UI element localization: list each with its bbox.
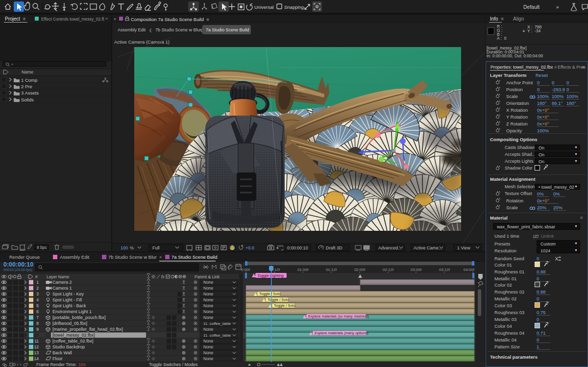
svg-text:None: None (203, 327, 214, 332)
svg-text:1 View: 1 View (457, 245, 470, 250)
svg-text:01:12f: 01:12f (326, 268, 337, 272)
svg-text:Full: Full (152, 245, 160, 250)
svg-text:Snapping: Snapping (284, 4, 304, 10)
svg-text:#: # (35, 274, 38, 279)
svg-text:Toggle Switches / Modes: Toggle Switches / Modes (149, 362, 198, 367)
svg-text:0:00f: 0:00f (241, 268, 250, 272)
svg-text:11. coffee_table: 11. coffee_table (203, 333, 231, 338)
svg-text:Render Queue: Render Queue (9, 254, 40, 260)
svg-text:2: 2 (36, 286, 39, 291)
svg-text:4: 4 (36, 297, 39, 302)
svg-text:Toggle / Solo: Toggle / Solo (268, 297, 289, 302)
svg-text:11. coffee_table: 11. coffee_table (203, 321, 231, 326)
svg-text:02:00f: 02:00f (354, 268, 366, 272)
svg-text:Toggle Lighting: Toggle Lighting (257, 273, 284, 278)
svg-text:Layer Name: Layer Name (47, 274, 70, 279)
svg-text:[portable_bottle_pouch.fbx]: [portable_bottle_pouch.fbx] (52, 315, 106, 320)
svg-text:None: None (203, 350, 214, 355)
svg-text:00010 (24.00 fps): 00010 (24.00 fps) (3, 268, 32, 272)
svg-text:Spot Light - Fill: Spot Light - Fill (52, 297, 82, 302)
svg-text:×: × (159, 255, 162, 260)
svg-text:12: 12 (34, 344, 39, 349)
svg-text:Active Came...: Active Came... (414, 245, 442, 250)
svg-text:1 Comp: 1 Comp (21, 77, 37, 83)
svg-text:7: 7 (36, 315, 39, 320)
svg-text:Parent & Link: Parent & Link (195, 274, 220, 279)
svg-text:7b Studio Scene w Blur: 7b Studio Scene w Blur (108, 254, 157, 260)
svg-text:11: 11 (34, 339, 39, 343)
svg-text:9: 9 (36, 327, 39, 332)
svg-text:02:12f: 02:12f (383, 268, 394, 272)
svg-text:Solids: Solids (21, 97, 34, 102)
svg-text:04:00f: 04:00f (464, 268, 475, 272)
svg-text:Draft 3D: Draft 3D (326, 245, 343, 250)
svg-text:+0.0: +0.0 (245, 245, 254, 250)
svg-text:03:12f: 03:12f (439, 268, 450, 272)
svg-text:[towel_messy_02.fbx]: [towel_messy_02.fbx] (52, 333, 95, 338)
svg-text:0:00:00:10: 0:00:00:10 (3, 261, 33, 268)
svg-text:13: 13 (34, 350, 39, 355)
svg-text:Explore materials (many option: Explore materials (many options) (315, 331, 368, 335)
svg-text:[coffee_table_02.fbx]: [coffee_table_02.fbx] (52, 339, 93, 343)
svg-text:Assembly Edit: Assembly Edit (60, 254, 90, 260)
svg-text:Camera 2: Camera 2 (52, 280, 72, 285)
svg-text:3: 3 (36, 292, 39, 296)
svg-text:2 Pre: 2 Pre (21, 84, 32, 89)
svg-text:None: None (203, 303, 214, 308)
svg-text:10: 10 (34, 333, 39, 338)
svg-text:Floor: Floor (52, 356, 63, 361)
svg-text:Default: Default (523, 4, 539, 10)
svg-text:5: 5 (36, 303, 39, 308)
svg-text:Spot Light - Key: Spot Light - Key (52, 292, 84, 296)
svg-text:None: None (203, 292, 214, 296)
svg-text:0:00:00:10: 0:00:00:10 (287, 245, 308, 250)
svg-text:None: None (203, 280, 214, 285)
svg-text:[marine_propeller_flat_head_02: [marine_propeller_flat_head_02.fbx] (52, 327, 123, 332)
svg-text:10s: 10s (78, 362, 86, 367)
svg-text:»: » (556, 4, 559, 10)
svg-text:Studio Backdrop: Studio Backdrop (52, 344, 85, 349)
svg-text:Back Wall: Back Wall (52, 350, 72, 355)
svg-text:Explore materials (so many mes: Explore materials (so many meshes!) (308, 314, 369, 318)
svg-text:None: None (203, 309, 214, 314)
svg-text:None: None (203, 356, 214, 361)
svg-text:fx: fx (161, 274, 165, 279)
svg-text:≡: ≡ (210, 255, 213, 260)
svg-text:14: 14 (34, 356, 39, 361)
svg-text:100: 100 (121, 245, 128, 250)
svg-text:Spot Light - Back: Spot Light - Back (52, 303, 86, 308)
svg-text:01:00f: 01:00f (297, 268, 309, 272)
svg-text:8 bpc: 8 bpc (37, 245, 48, 250)
svg-text:3 Assets: 3 Assets (21, 90, 39, 96)
svg-text:None: None (203, 344, 214, 349)
svg-text:Universal: Universal (254, 4, 274, 10)
svg-text:Camera 1: Camera 1 (52, 286, 72, 291)
svg-text:Advanced...: Advanced... (378, 245, 402, 250)
svg-text:8: 8 (36, 321, 39, 326)
svg-text:Frame Render Time:: Frame Render Time: (36, 362, 77, 367)
svg-text:6: 6 (36, 309, 39, 314)
svg-text:1: 1 (36, 280, 39, 285)
svg-text:Environment Light 1: Environment Light 1 (52, 309, 92, 314)
svg-text:03:00f: 03:00f (411, 268, 422, 272)
svg-text:Toggle / Solo: Toggle / Solo (259, 292, 280, 296)
svg-text:None: None (203, 286, 214, 291)
svg-text:[driftwood_05.fbx]: [driftwood_05.fbx] (52, 321, 87, 326)
svg-text:%: % (130, 245, 134, 250)
svg-text:Toggle / Solo: Toggle / Solo (274, 303, 295, 308)
svg-text:None: None (203, 315, 214, 320)
svg-text:None: None (203, 297, 214, 302)
svg-text:None: None (203, 339, 214, 343)
